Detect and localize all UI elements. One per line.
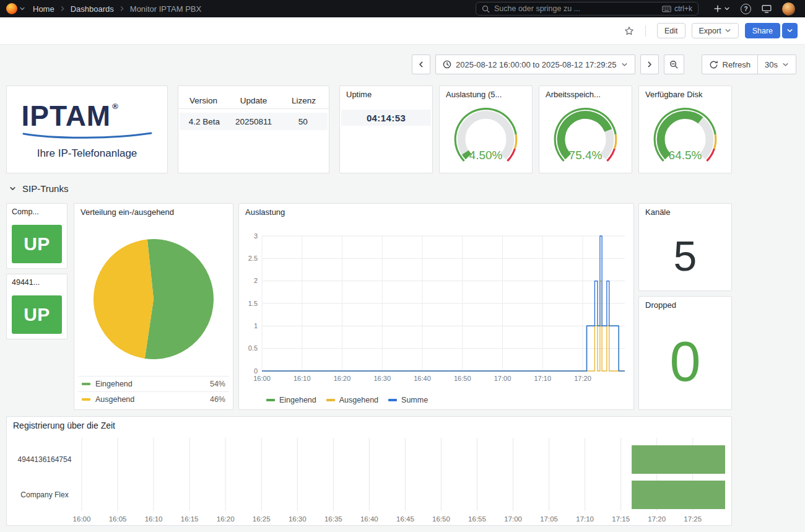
cell-version: 4.2 Beta <box>180 117 229 126</box>
gauge-value: 75.4% <box>539 149 632 162</box>
legend-item-ausgehend[interactable]: Ausgehend 46% <box>78 391 229 407</box>
kiosk-mode-icon[interactable] <box>762 4 772 13</box>
refresh-interval-dropdown[interactable]: 30s <box>757 55 796 74</box>
breadcrumb-chevron-icon <box>59 6 66 12</box>
panel-title[interactable]: Auslastung (5... <box>440 86 532 103</box>
brand-subtitle: Ihre IP-Telefonanlage <box>37 147 137 160</box>
breadcrumb-chevron-icon <box>119 6 125 12</box>
plus-icon <box>713 4 722 13</box>
legend-item-summe[interactable]: Summe <box>388 396 428 404</box>
user-avatar[interactable] <box>782 2 795 15</box>
pie-chart <box>74 221 233 373</box>
timeseries-legend: Eingehend Ausgehend Summe <box>266 396 428 404</box>
edit-button[interactable]: Edit <box>657 23 685 38</box>
help-icon[interactable]: ? <box>741 4 751 14</box>
panel-title[interactable]: Registrierung über die Zeit <box>7 417 731 434</box>
breadcrumb-current: Monitor IPTAM PBX <box>130 4 201 14</box>
logo-caret-icon[interactable] <box>19 6 25 12</box>
svg-text:17:20: 17:20 <box>648 515 666 523</box>
iptam-logo: IPTAM® Ihre IP-Telefonanlage <box>7 86 167 173</box>
svg-text:16:30: 16:30 <box>373 375 391 382</box>
svg-text:2: 2 <box>254 277 258 284</box>
panel-gauge-disk: Verfügbare Disk 64.5% <box>638 85 732 173</box>
legend-value: 46% <box>210 395 225 404</box>
svg-text:17:10: 17:10 <box>576 515 594 523</box>
legend-marker <box>82 398 90 401</box>
chevron-down-icon <box>786 27 793 34</box>
panel-title[interactable]: Comp... <box>7 204 67 220</box>
legend-label: Ausgehend <box>95 395 134 404</box>
dashboard-toolbar: Edit Export Share <box>0 17 805 45</box>
time-controls: 2025-08-12 16:00:00 to 2025-08-12 17:29:… <box>412 55 796 74</box>
chevron-down-icon <box>621 61 628 68</box>
svg-text:16:30: 16:30 <box>289 515 307 523</box>
panel-title[interactable]: Verfügbare Disk <box>639 86 731 103</box>
panel-kanaele: Kanäle 5 <box>638 203 732 291</box>
svg-text:16:45: 16:45 <box>396 515 414 523</box>
chevron-left-icon <box>417 61 425 68</box>
legend-item-ausgehend[interactable]: Ausgehend <box>326 396 378 404</box>
panel-title[interactable]: Auslastung <box>239 204 633 221</box>
panel-title[interactable]: Uptime <box>340 86 432 103</box>
svg-text:16:15: 16:15 <box>181 515 199 523</box>
svg-text:17:25: 17:25 <box>684 515 702 523</box>
svg-text:16:50: 16:50 <box>432 515 450 523</box>
export-button[interactable]: Export <box>692 23 739 38</box>
svg-text:16:05: 16:05 <box>109 515 127 523</box>
panel-verteilung-pie: Verteilung ein-/ausgehend Eingehend 54% … <box>74 203 233 410</box>
favorite-star-button[interactable] <box>624 26 634 36</box>
breadcrumb-home[interactable]: Home <box>33 4 54 14</box>
add-new-button[interactable] <box>713 4 730 13</box>
time-back-button[interactable] <box>412 55 430 74</box>
svg-text:16:55: 16:55 <box>468 515 486 523</box>
zoom-out-icon <box>669 60 679 69</box>
svg-text:16:40: 16:40 <box>360 515 378 523</box>
column-header-lizenz[interactable]: Lizenz <box>279 96 329 105</box>
time-forward-button[interactable] <box>640 55 659 74</box>
search-icon <box>482 5 490 13</box>
svg-text:16:00: 16:00 <box>73 515 91 523</box>
zoom-out-button[interactable] <box>664 55 684 74</box>
clock-icon <box>443 60 451 69</box>
iptam-logo-text: IPTAM® <box>22 102 153 139</box>
column-header-update[interactable]: Update <box>228 96 279 105</box>
panel-title[interactable]: Arbeitsspeich... <box>539 86 632 103</box>
panel-title[interactable]: Kanäle <box>639 204 731 221</box>
top-nav: Home Dashboards Monitor IPTAM PBX Suche … <box>0 0 805 17</box>
table-row: 4.2 Beta 20250811 50 <box>180 113 328 130</box>
gauge-value: 4.50% <box>440 149 532 162</box>
legend-label: Ausgehend <box>339 396 378 404</box>
nav-actions: ? <box>713 2 795 15</box>
status-value: UP <box>12 295 62 334</box>
legend-label: Eingehend <box>279 396 316 404</box>
time-range-picker[interactable]: 2025-08-12 16:00:00 to 2025-08-12 17:29:… <box>435 55 635 74</box>
search-placeholder: Suche oder springe zu ... <box>494 4 658 13</box>
grafana-logo[interactable] <box>6 3 17 14</box>
chevron-down-icon <box>724 27 731 34</box>
registered-mark: ® <box>112 102 119 111</box>
panel-title[interactable]: Verteilung ein-/ausgehend <box>74 204 233 221</box>
refresh-interval-value: 30s <box>765 60 778 69</box>
panel-version-table: Version Update Lizenz 4.2 Beta 20250811 … <box>178 85 329 173</box>
breadcrumb-dashboards[interactable]: Dashboards <box>71 4 114 14</box>
state-timeline-chart: 16:0016:0516:1016:1516:2016:2516:3016:35… <box>7 434 731 526</box>
refresh-button[interactable]: Refresh <box>702 55 759 74</box>
svg-text:16:20: 16:20 <box>217 515 235 523</box>
legend-label: Summe <box>401 396 428 404</box>
row-sip-trunks[interactable]: SIP-Trunks <box>9 181 68 196</box>
share-button[interactable]: Share <box>745 23 780 38</box>
search-input[interactable]: Suche oder springe zu ... ctrl+k <box>476 2 698 15</box>
share-menu-caret-button[interactable] <box>782 23 798 38</box>
legend-item-eingehend[interactable]: Eingehend 54% <box>78 376 229 391</box>
breadcrumb: Home Dashboards Monitor IPTAM PBX <box>33 4 201 14</box>
svg-text:17:05: 17:05 <box>540 515 558 523</box>
legend-label: Eingehend <box>95 380 133 388</box>
panel-uptime: Uptime 04:14:53 <box>339 85 433 173</box>
gauge-value: 64.5% <box>639 149 731 162</box>
chevron-down-icon <box>724 6 730 12</box>
panel-registration-timeline: Registrierung über die Zeit 494413616475… <box>6 416 732 526</box>
legend-item-eingehend[interactable]: Eingehend <box>266 396 316 404</box>
panel-title[interactable]: Dropped <box>639 297 731 314</box>
panel-title[interactable]: 49441... <box>7 274 67 290</box>
column-header-version[interactable]: Version <box>178 96 228 105</box>
